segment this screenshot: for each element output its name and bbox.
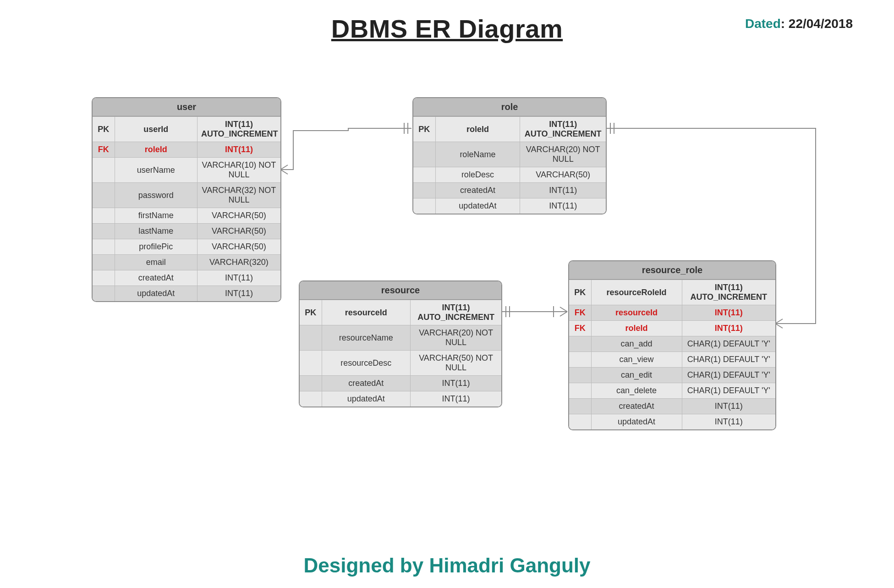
type-cell: INT(11) (520, 198, 606, 214)
name-cell: updatedAt (435, 198, 520, 214)
designer-footer: Designed by Himadri Ganguly (0, 554, 894, 577)
key-cell (93, 183, 115, 208)
key-cell: PK (569, 280, 591, 305)
key-cell (300, 391, 322, 407)
name-cell: lastName (115, 224, 197, 239)
key-cell (93, 286, 115, 302)
column-row: can_addCHAR(1) DEFAULT 'Y' (569, 336, 775, 352)
rel-user-to-role (280, 128, 411, 170)
entity-caption: user (93, 98, 280, 116)
name-cell: firstName (115, 208, 197, 224)
column-row: resourceNameVARCHAR(20) NOT NULL (300, 325, 501, 351)
name-cell: roleName (435, 142, 520, 167)
name-cell: roleId (115, 142, 197, 158)
name-cell: createdAt (322, 376, 411, 391)
entity-user: userPKuserIdINT(11) AUTO_INCREMENTFKrole… (92, 97, 281, 302)
key-cell (93, 270, 115, 286)
column-row: PKresourceIdINT(11) AUTO_INCREMENT (300, 300, 501, 325)
dated-label: Dated (745, 16, 781, 31)
column-row: updatedAtINT(11) (413, 198, 606, 214)
entity-table: PKresourceRoleIdINT(11) AUTO_INCREMENTFK… (569, 280, 775, 429)
key-cell (569, 336, 591, 352)
type-cell: VARCHAR(20) NOT NULL (520, 142, 606, 167)
key-cell: PK (93, 117, 115, 142)
key-cell (93, 224, 115, 239)
name-cell: password (115, 183, 197, 208)
name-cell: can_edit (591, 368, 682, 383)
key-cell (300, 325, 322, 351)
type-cell: VARCHAR(10) NOT NULL (197, 158, 280, 183)
column-row: lastNameVARCHAR(50) (93, 224, 280, 239)
type-cell: INT(11) (682, 414, 775, 430)
type-cell: INT(11) (682, 399, 775, 414)
name-cell: userId (115, 117, 197, 142)
type-cell: INT(11) AUTO_INCREMENT (520, 117, 606, 142)
crows-foot-user (280, 165, 288, 174)
key-cell (569, 414, 591, 430)
type-cell: CHAR(1) DEFAULT 'Y' (682, 383, 775, 399)
name-cell: createdAt (591, 399, 682, 414)
dated-value: : 22/04/2018 (781, 16, 853, 31)
entity-table: PKresourceIdINT(11) AUTO_INCREMENTresour… (300, 300, 501, 407)
key-cell (300, 351, 322, 376)
key-cell (93, 208, 115, 224)
type-cell: VARCHAR(320) (197, 255, 280, 270)
name-cell: updatedAt (115, 286, 197, 302)
name-cell: can_add (591, 336, 682, 352)
column-row: can_viewCHAR(1) DEFAULT 'Y' (569, 352, 775, 368)
name-cell: resourceId (322, 300, 411, 325)
dated-line: Dated: 22/04/2018 (745, 16, 853, 31)
column-row: PKroleIdINT(11) AUTO_INCREMENT (413, 117, 606, 142)
column-row: roleDescVARCHAR(50) (413, 167, 606, 183)
column-row: PKresourceRoleIdINT(11) AUTO_INCREMENT (569, 280, 775, 305)
name-cell: updatedAt (322, 391, 411, 407)
column-row: FKroleIdINT(11) (93, 142, 280, 158)
key-cell: FK (569, 305, 591, 321)
type-cell: INT(11) (411, 376, 501, 391)
key-cell (569, 368, 591, 383)
entity-table: PKuserIdINT(11) AUTO_INCREMENTFKroleIdIN… (93, 116, 280, 301)
key-cell (413, 183, 435, 198)
column-row: emailVARCHAR(320) (93, 255, 280, 270)
type-cell: INT(11) (682, 321, 775, 336)
key-cell (93, 255, 115, 270)
type-cell: INT(11) (197, 286, 280, 302)
type-cell: INT(11) AUTO_INCREMENT (197, 117, 280, 142)
column-row: updatedAtINT(11) (569, 414, 775, 430)
name-cell: profilePic (115, 239, 197, 255)
key-cell: PK (300, 300, 322, 325)
type-cell: CHAR(1) DEFAULT 'Y' (682, 368, 775, 383)
key-cell (93, 158, 115, 183)
column-row: PKuserIdINT(11) AUTO_INCREMENT (93, 117, 280, 142)
type-cell: VARCHAR(20) NOT NULL (411, 325, 501, 351)
column-row: createdAtINT(11) (300, 376, 501, 391)
entity-caption: role (413, 98, 606, 116)
column-row: FKresourceIdINT(11) (569, 305, 775, 321)
type-cell: CHAR(1) DEFAULT 'Y' (682, 336, 775, 352)
key-cell: FK (93, 142, 115, 158)
column-row: createdAtINT(11) (413, 183, 606, 198)
name-cell: can_view (591, 352, 682, 368)
type-cell: VARCHAR(50) (520, 167, 606, 183)
entity-table: PKroleIdINT(11) AUTO_INCREMENTroleNameVA… (413, 116, 606, 214)
name-cell: updatedAt (591, 414, 682, 430)
column-row: profilePicVARCHAR(50) (93, 239, 280, 255)
column-row: updatedAtINT(11) (93, 286, 280, 302)
type-cell: VARCHAR(50) (197, 208, 280, 224)
type-cell: VARCHAR(50) (197, 224, 280, 239)
type-cell: VARCHAR(50) (197, 239, 280, 255)
name-cell: resourceId (591, 305, 682, 321)
type-cell: INT(11) AUTO_INCREMENT (682, 280, 775, 305)
column-row: updatedAtINT(11) (300, 391, 501, 407)
type-cell: INT(11) (197, 142, 280, 158)
column-row: resourceDescVARCHAR(50) NOT NULL (300, 351, 501, 376)
key-cell (569, 352, 591, 368)
column-row: roleNameVARCHAR(20) NOT NULL (413, 142, 606, 167)
type-cell: INT(11) (197, 270, 280, 286)
column-row: createdAtINT(11) (93, 270, 280, 286)
entity-resource_role: resource_rolePKresourceRoleIdINT(11) AUT… (568, 260, 776, 430)
column-row: passwordVARCHAR(32) NOT NULL (93, 183, 280, 208)
column-row: createdAtINT(11) (569, 399, 775, 414)
type-cell: INT(11) (682, 305, 775, 321)
key-cell: FK (569, 321, 591, 336)
